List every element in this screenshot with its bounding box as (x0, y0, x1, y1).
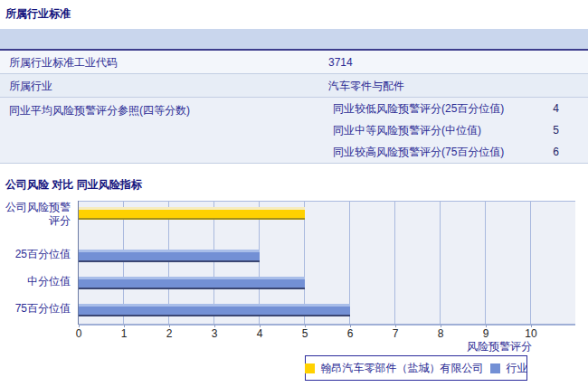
table-row: 所属行业 汽车零件与配件 (0, 74, 588, 97)
y-axis-category-label: 中分位值 (0, 275, 71, 288)
x-axis-tick-label: 0 (65, 327, 92, 340)
x-axis-tick-mark (531, 325, 532, 327)
table-row: 所属行业标准工业代码 3714 (0, 51, 588, 73)
y-axis-line (78, 201, 79, 325)
x-axis-tick-mark (124, 325, 125, 327)
table-subrow: 同业中等风险预警评分(中位值) 5 (0, 119, 588, 141)
x-axis-tick-mark (350, 325, 351, 327)
legend-label-industry: 行业 (507, 361, 528, 376)
plot-area (79, 201, 575, 326)
row-value: 汽车零件与配件 (328, 78, 404, 93)
x-axis-tick-mark (214, 325, 215, 327)
subrow-label: 同业中等风险预警评分(中位值) (333, 123, 481, 138)
chart-bar (79, 207, 305, 220)
subrow-value: 4 (507, 102, 559, 115)
row-divider (0, 163, 588, 164)
x-axis-tick-label: 6 (337, 327, 364, 340)
x-axis-tick-label: 1 (110, 327, 138, 340)
table-row: 同业平均风险预警评分参照(四等分数) 同业较低风险预警评分(25百分位值) 4 … (0, 98, 588, 163)
gridline (394, 202, 395, 324)
subrow-label: 同业较高风险预警评分(75百分位值) (333, 145, 504, 160)
row-label: 所属行业标准工业代码 (9, 54, 118, 70)
x-axis-tick-label: 9 (472, 327, 499, 340)
x-axis-tick-label: 3 (201, 327, 228, 340)
chart-bar (79, 277, 305, 289)
x-axis-tick-mark (395, 325, 396, 327)
x-axis-tick-label: 8 (427, 327, 454, 340)
x-axis-tick-mark (305, 325, 306, 327)
table-header-band (0, 29, 588, 49)
legend-swatch-industry (490, 363, 500, 373)
subrow-value: 5 (507, 124, 559, 137)
x-axis-title: 风险预警评分 (362, 339, 532, 354)
section-title-industry-standard: 所属行业标准 (5, 6, 71, 22)
chart-bar (79, 304, 350, 316)
chart-title: 公司风险 对比 同业风险指标 (5, 177, 142, 193)
legend-swatch-company (305, 363, 315, 373)
x-axis-tick-mark (260, 325, 261, 327)
x-axis-tick-mark (79, 325, 80, 327)
gridline (485, 202, 486, 324)
row-value: 3714 (328, 56, 353, 69)
table-subrow: 同业较高风险预警评分(75百分位值) 6 (0, 141, 588, 163)
x-axis-tick-label: 7 (382, 327, 409, 340)
subrow-label: 同业较低风险预警评分(25百分位值) (333, 101, 504, 117)
legend-label-company: 翰昂汽车零部件（盐城）有限公司 (321, 361, 484, 376)
row-label: 所属行业 (9, 78, 52, 93)
x-axis-tick-label: 10 (517, 327, 545, 340)
table-subrow: 同业较低风险预警评分(25百分位值) 4 (0, 98, 588, 119)
subrow-value: 6 (507, 146, 559, 158)
x-axis-tick-mark (441, 325, 441, 327)
y-axis-category-label: 75百分位值 (0, 302, 71, 316)
y-axis-category-label: 公司风险预警评分 (0, 201, 71, 228)
gridline (530, 202, 531, 324)
x-axis-tick-mark (169, 325, 170, 327)
x-axis-tick-label: 2 (156, 327, 183, 340)
x-axis-tick-mark (486, 325, 487, 327)
x-axis-tick-label: 5 (291, 327, 318, 340)
chart-bar (79, 250, 260, 262)
chart-legend: 翰昂汽车零部件（盐城）有限公司 行业 (305, 355, 527, 381)
x-axis-tick-label: 4 (246, 327, 273, 340)
gridline (440, 202, 441, 324)
y-axis-category-label: 25百分位值 (0, 248, 71, 261)
page: 所属行业标准 所属行业标准工业代码 3714 所属行业 汽车零件与配件 同业平均… (0, 0, 588, 387)
